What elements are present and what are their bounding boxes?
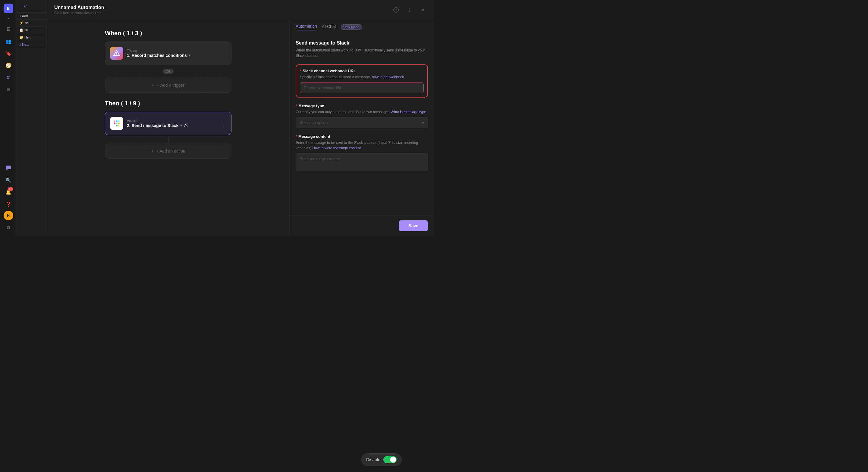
- save-button[interactable]: Save: [399, 221, 428, 231]
- help-icon[interactable]: ?: [392, 6, 400, 14]
- sidebar-item-bookmark[interactable]: 🔖: [3, 48, 14, 59]
- trigger-card-text: Trigger 1. Record matches conditions ▾: [127, 49, 226, 58]
- modal-body: When ( 1 / 3 ) Trigger 1. Record matche: [47, 20, 434, 236]
- trigger-icon: [110, 47, 123, 60]
- left-panel-explore[interactable]: Exp...: [19, 2, 44, 10]
- automation-modal: Unnamed Automation Click here to write d…: [47, 0, 434, 236]
- svg-rect-11: [116, 125, 118, 127]
- action-chevron-icon: ▾: [180, 124, 182, 128]
- right-panel-footer: Save: [290, 215, 434, 236]
- left-panel-item-4[interactable]: # Ne...: [17, 41, 47, 48]
- action-card-text: Action 2. Send message to Slack ▾ ⚠: [127, 119, 218, 128]
- message-content-label: * Message content: [296, 134, 428, 139]
- or-badge: OR: [163, 69, 174, 74]
- svg-rect-7: [114, 123, 116, 124]
- panel-section-title: Send message to Slack: [296, 40, 428, 46]
- message-type-required-mark: *: [296, 104, 297, 108]
- sidebar-collapse-chevron[interactable]: ▾: [7, 17, 9, 20]
- action-type-label: Action: [127, 119, 218, 123]
- add-trigger-label: + Add a trigger: [157, 83, 184, 88]
- workspace-avatar[interactable]: E: [4, 4, 13, 13]
- right-panel-tabs: Automation AI Chat Stay tuned: [290, 20, 434, 34]
- message-type-link[interactable]: What is message type: [391, 110, 426, 114]
- left-panel-item-2[interactable]: 📋 Ne...: [17, 27, 47, 34]
- panel-description: When the automation starts working, it w…: [296, 47, 428, 58]
- message-content-input[interactable]: [296, 153, 428, 171]
- left-panel: Exp... + Add ⚡ Ne... 📋 Ne... 📁 Ne... # N…: [17, 0, 47, 236]
- webhook-description: Specify a Slack channel to send a messag…: [300, 74, 424, 80]
- sidebar-item-trash[interactable]: 🗑: [3, 222, 14, 232]
- svg-rect-0: [6, 166, 11, 169]
- action-card-more-icon[interactable]: ⋮: [221, 121, 226, 127]
- add-action-button[interactable]: + + Add an action: [105, 144, 231, 159]
- action-title: 2. Send message to Slack ▾ ⚠: [127, 123, 218, 128]
- sidebar: E ▾ 🖥 👥 🔖 🧭 # ⚙ 🔍 🔔 41 ❓ H 🗑: [0, 0, 17, 236]
- sidebar-item-chat[interactable]: [3, 163, 14, 173]
- close-icon[interactable]: ✕: [418, 6, 427, 14]
- trigger-card[interactable]: Trigger 1. Record matches conditions ▾: [105, 41, 231, 65]
- message-content-link[interactable]: How to write message content: [312, 146, 361, 150]
- main-content: Unnamed Automation Click here to write d…: [47, 0, 434, 236]
- message-type-description: Currently you can only send text and Mar…: [296, 109, 428, 115]
- connector-line: [168, 136, 168, 142]
- left-panel-item-3[interactable]: 📁 Ne...: [17, 34, 47, 41]
- modal-title[interactable]: Unnamed Automation: [54, 5, 104, 10]
- message-type-label: * Message type: [296, 104, 428, 108]
- user-avatar[interactable]: H: [4, 211, 13, 221]
- svg-rect-9: [116, 121, 118, 122]
- notification-badge: 41: [7, 187, 13, 191]
- left-panel-header: Exp...: [17, 0, 47, 13]
- svg-marker-1: [6, 169, 8, 170]
- trigger-svg-icon: [113, 50, 120, 57]
- svg-rect-14: [118, 125, 120, 127]
- canvas-area: When ( 1 / 3 ) Trigger 1. Record matche: [47, 20, 289, 236]
- svg-rect-10: [118, 121, 120, 122]
- modal-header: Unnamed Automation Click here to write d…: [47, 0, 434, 20]
- sidebar-item-search[interactable]: 🔍: [3, 175, 14, 186]
- svg-rect-8: [114, 121, 116, 122]
- webhook-url-input[interactable]: [300, 82, 424, 93]
- sidebar-item-compass[interactable]: 🧭: [3, 60, 14, 71]
- message-type-placeholder: Select an option: [300, 121, 328, 125]
- action-card[interactable]: Action 2. Send message to Slack ▾ ⚠ ⋮: [105, 112, 231, 135]
- slack-svg-icon: [113, 119, 121, 128]
- action-warning-icon: ⚠: [184, 123, 188, 128]
- trigger-type-label: Trigger: [127, 49, 226, 53]
- webhook-url-label: * Slack channel webhook URL: [300, 69, 424, 73]
- message-content-field-group: * Message content Enter the message to b…: [296, 134, 428, 172]
- trigger-title: 1. Record matches conditions ▾: [127, 53, 226, 58]
- trigger-chevron-icon: ▾: [189, 53, 190, 58]
- left-panel-add[interactable]: + Add: [17, 13, 47, 20]
- modal-description[interactable]: Click here to write description: [54, 11, 104, 15]
- svg-point-6: [116, 55, 117, 55]
- svg-rect-12: [116, 123, 118, 124]
- message-type-field-group: * Message type Currently you can only se…: [296, 104, 428, 128]
- message-type-select[interactable]: Select an option ▾: [296, 117, 428, 128]
- then-section-label: Then ( 1 / 9 ): [105, 100, 140, 107]
- add-trigger-button[interactable]: + + Add a trigger: [105, 78, 231, 93]
- svg-rect-13: [118, 123, 120, 124]
- tab-automation[interactable]: Automation: [296, 24, 317, 30]
- webhook-link[interactable]: how to get webhook: [372, 75, 404, 79]
- select-chevron-icon: ▾: [422, 121, 424, 125]
- message-content-required-mark: *: [296, 134, 297, 139]
- right-panel: Automation AI Chat Stay tuned Send messa…: [289, 20, 434, 236]
- left-panel-item-1[interactable]: ⚡ Ne...: [17, 20, 47, 27]
- sidebar-item-users[interactable]: 👥: [3, 36, 14, 47]
- sidebar-item-settings[interactable]: ⚙: [3, 84, 14, 95]
- add-action-plus-icon: +: [151, 149, 153, 154]
- slack-icon: [110, 117, 123, 130]
- right-panel-content: Send message to Slack When the automatio…: [290, 34, 434, 215]
- add-trigger-plus-icon: +: [152, 83, 154, 88]
- tab-ai-chat[interactable]: AI Chat: [322, 24, 336, 30]
- modal-header-actions: ? ⋮ ✕: [392, 6, 427, 14]
- modal-title-section: Unnamed Automation Click here to write d…: [54, 5, 104, 15]
- more-options-icon[interactable]: ⋮: [405, 6, 413, 14]
- webhook-url-field-group: * Slack channel webhook URL Specify a Sl…: [296, 64, 428, 98]
- sidebar-item-help[interactable]: ❓: [3, 199, 14, 209]
- message-content-description: Enter the message to be sent to the Slac…: [296, 140, 428, 151]
- sidebar-item-monitor[interactable]: 🖥: [3, 24, 14, 35]
- or-divider: OR: [163, 69, 174, 74]
- sidebar-item-bell[interactable]: 🔔 41: [3, 187, 14, 198]
- sidebar-item-hash[interactable]: #: [3, 72, 14, 83]
